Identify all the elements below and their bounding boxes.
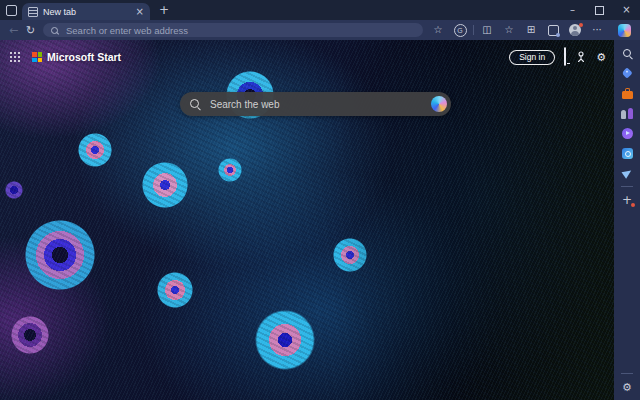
- mobile-icon: [564, 47, 566, 66]
- profile-button[interactable]: [567, 24, 583, 36]
- split-screen-button[interactable]: ◫: [479, 25, 495, 35]
- waffle-icon: [10, 52, 12, 54]
- close-tab-icon[interactable]: ×: [136, 7, 144, 17]
- toolbar: ← ↻ ☆ G ◫ ☆ ⊞ ···: [0, 20, 640, 40]
- maximize-button[interactable]: [586, 0, 613, 20]
- sidebar-drop-button[interactable]: [620, 166, 634, 180]
- sidebar-media-button[interactable]: [620, 126, 634, 140]
- microsoft-logo-icon: [32, 52, 42, 62]
- sidebar-search-button[interactable]: [620, 46, 634, 60]
- close-window-button[interactable]: ×: [613, 0, 640, 20]
- settings-more-button[interactable]: ···: [589, 25, 605, 35]
- brand-title: Microsoft Start: [47, 51, 121, 63]
- tab-favicon-icon: [28, 7, 38, 17]
- sidebar-settings-button[interactable]: ⚙: [620, 380, 634, 394]
- search-icon: [51, 27, 58, 34]
- header-actions: Sign in ⚙: [509, 48, 606, 66]
- sidebar-shopping-button[interactable]: [620, 66, 634, 80]
- mobile-button[interactable]: [564, 48, 566, 66]
- extensions-icon: [548, 25, 559, 36]
- refresh-button[interactable]: ↻: [22, 25, 39, 36]
- collections-button[interactable]: ⊞: [523, 25, 539, 35]
- page-settings-button[interactable]: ⚙: [596, 52, 606, 63]
- play-circle-icon: [622, 128, 633, 139]
- tab-actions-menu-button[interactable]: [0, 0, 22, 20]
- tab-title: New tab: [43, 7, 131, 17]
- new-tab-page: Microsoft Start Sign in ⚙: [0, 40, 640, 400]
- sidebar-divider: [621, 373, 633, 374]
- search-icon: [623, 49, 632, 58]
- sidebar-divider: [621, 186, 633, 187]
- titlebar: New tab × + – ×: [0, 0, 640, 20]
- rewards-button[interactable]: [575, 51, 587, 63]
- brand[interactable]: Microsoft Start: [32, 51, 121, 63]
- maximize-icon: [595, 6, 604, 15]
- web-search-box[interactable]: [180, 92, 451, 116]
- sidebar-games-button[interactable]: [620, 106, 634, 120]
- sidebar-tools-button[interactable]: [620, 86, 634, 100]
- extension-g-icon: G: [454, 24, 467, 37]
- image-creator-icon: [622, 148, 633, 159]
- paper-plane-icon: [621, 167, 633, 179]
- notification-badge: [579, 23, 583, 27]
- favorite-star-button[interactable]: ☆: [430, 25, 446, 35]
- toolbar-divider: [473, 25, 474, 35]
- web-search-input[interactable]: [208, 98, 423, 111]
- copilot-icon: [618, 24, 631, 37]
- search-icon: [190, 99, 200, 109]
- rewards-icon: [575, 51, 587, 63]
- window-controls: – ×: [559, 0, 640, 20]
- tab-actions-icon: [6, 5, 17, 16]
- edge-sidebar: + ⚙: [614, 40, 640, 400]
- app-launcher-button[interactable]: [10, 52, 20, 62]
- copilot-search-icon[interactable]: [431, 96, 447, 112]
- extension-g-button[interactable]: G: [452, 24, 468, 37]
- page-header: Microsoft Start Sign in ⚙: [10, 48, 606, 66]
- favorites-hub-button[interactable]: ☆: [501, 25, 517, 35]
- new-tab-button[interactable]: +: [159, 4, 169, 16]
- sidebar-customize-button[interactable]: +: [620, 193, 634, 207]
- shopping-tag-icon: [621, 67, 632, 78]
- toolbox-icon: [622, 91, 633, 99]
- tab-new-tab[interactable]: New tab ×: [22, 3, 150, 20]
- chess-pieces-icon: [621, 107, 633, 119]
- extensions-button[interactable]: [545, 25, 561, 36]
- address-bar[interactable]: [43, 23, 423, 37]
- copilot-toolbar-button[interactable]: [616, 24, 632, 37]
- minimize-button[interactable]: –: [559, 0, 586, 20]
- address-input[interactable]: [64, 24, 415, 37]
- sign-in-button[interactable]: Sign in: [509, 50, 555, 65]
- sidebar-image-creator-button[interactable]: [620, 146, 634, 160]
- browser-window: New tab × + – × ← ↻ ☆ G ◫ ☆ ⊞ ··: [0, 0, 640, 400]
- back-button[interactable]: ←: [5, 25, 22, 36]
